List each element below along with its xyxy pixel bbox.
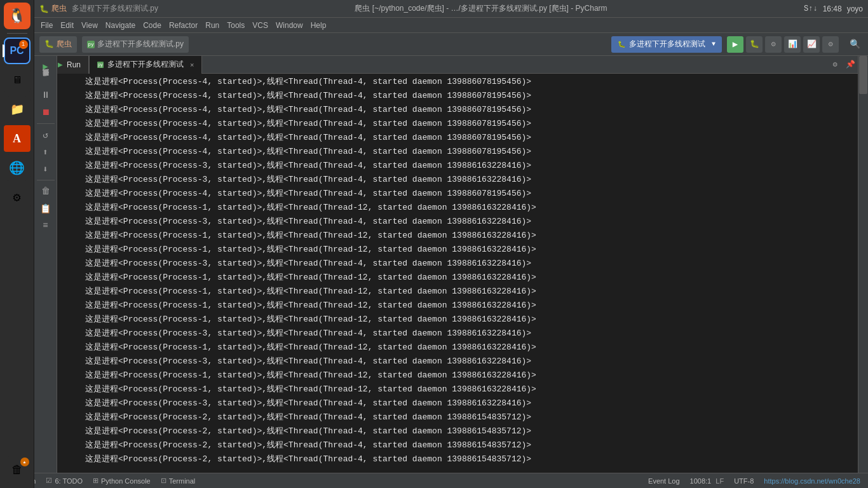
dock-ubuntu[interactable]: 🐧 xyxy=(4,3,31,29)
settings-toolbar-btn[interactable]: ⚙ xyxy=(822,36,839,53)
console-line: 这是进程<Process(Process-1, started)>,线程<Thr… xyxy=(57,229,858,243)
dock-trash[interactable]: 🗑 ★ xyxy=(4,456,31,483)
copy-icon[interactable]: 📋 xyxy=(38,201,53,216)
console-line: 这是进程<Process(Process-4, started)>,线程<Thr… xyxy=(57,103,858,117)
console-line: 这是进程<Process(Process-3, started)>,线程<Thr… xyxy=(57,173,858,187)
build-button[interactable]: ⚙ xyxy=(765,36,782,53)
ubuntu-dock: 🐧 PC 1 🖥 📁 A 🌐 ⚙ 🗑 ★ xyxy=(0,0,34,488)
console-line: 这是进程<Process(Process-4, started)>,线程<Thr… xyxy=(57,145,858,159)
encoding-item[interactable]: UTF-8 xyxy=(731,477,756,485)
console-line: 这是进程<Process(Process-1, started)>,线程<Thr… xyxy=(57,313,858,327)
dock-separator xyxy=(7,33,27,34)
terminal-status-item[interactable]: ⊡ Terminal xyxy=(158,477,198,485)
scrollbar-thumb[interactable] xyxy=(859,56,867,94)
play-icon[interactable]: ▶ xyxy=(38,58,53,74)
console-line: 这是进程<Process(Process-3, started)>,线程<Thr… xyxy=(57,327,858,341)
dock-files[interactable]: 📁 xyxy=(4,96,31,123)
console-line: 这是进程<Process(Process-4, started)>,线程<Thr… xyxy=(57,117,858,131)
menu-help[interactable]: Help xyxy=(307,20,330,31)
console-line: 这是进程<Process(Process-3, started)>,线程<Thr… xyxy=(57,257,858,271)
console-line: 这是进程<Process(Process-4, started)>,线程<Thr… xyxy=(57,131,858,145)
stop-icon[interactable]: ⏹ xyxy=(38,105,53,120)
dock-browser[interactable]: 🌐 xyxy=(4,154,31,181)
icon-separator xyxy=(37,123,55,124)
dock-pycharm[interactable]: PC 1 xyxy=(4,37,31,64)
console-line: 这是进程<Process(Process-1, started)>,线程<Thr… xyxy=(57,383,858,396)
coverage-button[interactable]: 📊 xyxy=(784,36,801,53)
console-line: 这是进程<Process(Process-1, started)>,线程<Thr… xyxy=(57,271,858,285)
project-breadcrumb: 🐛 爬虫 xyxy=(39,3,67,14)
console-output[interactable]: 这是进程<Process(Process-4, started)>,线程<Thr… xyxy=(57,74,858,473)
console-line: 这是进程<Process(Process-4, started)>,线程<Thr… xyxy=(57,187,858,201)
dock-settings[interactable]: ⚙ xyxy=(4,184,31,210)
menu-vcs[interactable]: VCS xyxy=(248,20,272,31)
scroll-up-icon[interactable]: ⬆ xyxy=(38,144,53,159)
pause-icon[interactable]: ⏸ xyxy=(38,88,53,103)
debug-button[interactable]: 🐛 xyxy=(746,36,763,53)
python-console-status-item[interactable]: ⊞ Python Console xyxy=(90,477,153,485)
run-tab-bar: ≡ ▶ Run py 多进程下开多线程测试 × ⚙ 📌 xyxy=(34,56,858,74)
network-icon: S↑↓ xyxy=(804,4,818,13)
menu-edit[interactable]: Edit xyxy=(57,20,78,31)
menu-run[interactable]: Run xyxy=(201,20,223,31)
console-line: 这是进程<Process(Process-1, started)>,线程<Thr… xyxy=(57,369,858,383)
file-btn[interactable]: py 多进程下开多线程测试.py xyxy=(82,36,189,53)
user-display: yoyo xyxy=(847,4,863,13)
run-side-panel: ▶ 多进程下开多线程测试 ⏸ ⏹ ↺ ⬆ ⬇ 🗑 📋 ≡ xyxy=(34,56,57,473)
console-line: 这是进程<Process(Process-3, started)>,线程<Thr… xyxy=(57,355,858,369)
profile-button[interactable]: 📈 xyxy=(803,36,820,53)
file-breadcrumb: 多进程下开多线程测试.py xyxy=(72,3,158,14)
console-line: 这是进程<Process(Process-4, started)>,线程<Thr… xyxy=(57,89,858,103)
project-btn[interactable]: 🐛 爬虫 xyxy=(39,36,77,53)
position-item[interactable]: 1008:1 LF xyxy=(688,477,727,485)
console-line: 这是进程<Process(Process-2, started)>,线程<Thr… xyxy=(57,410,858,424)
event-log-item[interactable]: Event Log xyxy=(646,477,682,485)
console-line: 这是进程<Process(Process-1, started)>,线程<Thr… xyxy=(57,201,858,215)
console-line: 这是进程<Process(Process-3, started)>,线程<Thr… xyxy=(57,215,858,229)
console-line: 这是进程<Process(Process-3, started)>,线程<Thr… xyxy=(57,159,858,173)
icon-separator-2 xyxy=(37,180,55,180)
run-config-dropdown[interactable]: 🐛 多进程下开多线程测试 ▼ xyxy=(611,36,722,53)
csdn-url[interactable]: https://blog.csdn.net/wn0che28 xyxy=(761,477,863,485)
search-button[interactable]: 🔍 xyxy=(846,36,863,53)
status-bar: ▶ 4: Run ☑ 6: TODO ⊞ Python Console ⊡ Te… xyxy=(0,473,868,488)
console-line: 这是进程<Process(Process-3, started)>,线程<Thr… xyxy=(57,396,858,410)
tab-settings-icon[interactable]: ⚙ xyxy=(827,57,843,72)
rerun-icon[interactable]: ↺ xyxy=(38,127,53,142)
console-line: 这是进程<Process(Process-2, started)>,线程<Thr… xyxy=(57,438,858,452)
menu-window[interactable]: Window xyxy=(272,20,307,31)
more-icon[interactable]: ≡ xyxy=(38,218,53,233)
outer-scrollbar[interactable] xyxy=(858,56,868,473)
console-line: 这是进程<Process(Process-1, started)>,线程<Thr… xyxy=(57,299,858,313)
todo-status-item[interactable]: ☑ 6: TODO xyxy=(43,477,85,485)
menu-view[interactable]: View xyxy=(78,20,102,31)
console-line: 这是进程<Process(Process-2, started)>,线程<Thr… xyxy=(57,424,858,438)
menu-bar: File Edit View Navigate Code Refactor Ru… xyxy=(34,18,868,33)
dock-terminal[interactable]: 🖥 xyxy=(4,67,31,93)
window-title-text: 爬虫 [~/python_code/爬虫] - …/多进程下开多线程测试.py … xyxy=(355,3,607,14)
time-display: 16:48 xyxy=(823,4,842,13)
scroll-down-icon[interactable]: ⬇ xyxy=(38,161,53,177)
menu-navigate[interactable]: Navigate xyxy=(102,20,139,31)
main-file-tab[interactable]: py 多进程下开多线程测试 × xyxy=(89,56,202,74)
clear-icon[interactable]: 🗑 xyxy=(38,184,53,199)
menu-tools[interactable]: Tools xyxy=(223,20,248,31)
run-button[interactable]: ▶ xyxy=(727,36,743,53)
console-line: 这是进程<Process(Process-4, started)>,线程<Thr… xyxy=(57,75,858,89)
console-line: 这是进程<Process(Process-1, started)>,线程<Thr… xyxy=(57,285,858,299)
menu-code[interactable]: Code xyxy=(139,20,165,31)
console-line: 这是进程<Process(Process-1, started)>,线程<Thr… xyxy=(57,243,858,257)
window-titlebar: 🐛 爬虫 多进程下开多线程测试.py 爬虫 [~/python_code/爬虫]… xyxy=(34,0,868,18)
dock-font[interactable]: A xyxy=(4,125,31,152)
toolbar: 🐛 爬虫 py 多进程下开多线程测试.py 🐛 多进程下开多线程测试 ▼ ▶ 🐛… xyxy=(34,33,868,56)
console-line: 这是进程<Process(Process-1, started)>,线程<Thr… xyxy=(57,341,858,355)
console-line: 这是进程<Process(Process-2, started)>,线程<Thr… xyxy=(57,452,858,466)
menu-file[interactable]: File xyxy=(37,20,57,31)
tab-close-icon[interactable]: × xyxy=(190,61,194,69)
menu-refactor[interactable]: Refactor xyxy=(165,20,201,31)
tab-pin-icon[interactable]: 📌 xyxy=(843,57,858,72)
